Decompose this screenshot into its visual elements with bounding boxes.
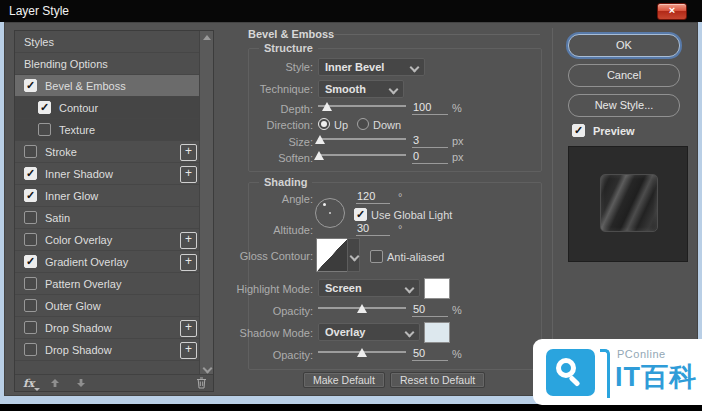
direction-up-label[interactable]: Up [334, 119, 348, 131]
add-effect-plus-icon[interactable]: + [180, 342, 197, 359]
anti-aliased-checkbox[interactable] [370, 250, 383, 263]
sidebar-item-contour[interactable]: Contour [15, 97, 200, 119]
add-effect-plus-icon[interactable]: + [180, 144, 197, 161]
style-preview-thumbnail [600, 174, 658, 232]
move-effect-up-icon[interactable] [50, 378, 60, 388]
shadow-mode-label: Shadow Mode: [228, 327, 313, 339]
anti-aliased-label[interactable]: Anti-aliased [387, 251, 444, 263]
checkbox[interactable] [24, 299, 37, 312]
depth-unit: % [452, 102, 462, 114]
checkbox[interactable] [24, 255, 37, 268]
sidebar-item-color-overlay[interactable]: Color Overlay + [15, 229, 200, 251]
highlight-opacity-slider[interactable] [318, 302, 406, 314]
checkbox[interactable] [38, 101, 51, 114]
sidebar-item-blending-options[interactable]: Blending Options [15, 53, 200, 75]
highlight-color-swatch[interactable] [424, 278, 450, 299]
use-global-light-checkbox[interactable] [354, 208, 367, 221]
delete-effect-trash-icon[interactable] [196, 377, 207, 389]
sidebar-item-styles[interactable]: Styles [15, 31, 200, 53]
style-preview-box [568, 146, 688, 262]
new-style-button[interactable]: New Style... [568, 94, 680, 117]
shadow-color-swatch[interactable] [424, 322, 450, 343]
add-effect-plus-icon[interactable]: + [180, 254, 197, 271]
add-effect-plus-icon[interactable]: + [180, 166, 197, 183]
shadow-opacity-value-field[interactable]: 50 [412, 347, 448, 361]
title-bar[interactable]: Layer Style [0, 0, 702, 22]
watermark-title: IT百科 [615, 359, 697, 395]
sidebar-item-gradient-overlay[interactable]: Gradient Overlay + [15, 251, 200, 273]
checkbox[interactable] [24, 277, 37, 290]
gloss-contour-thumbnail[interactable] [316, 238, 348, 272]
size-slider[interactable] [318, 133, 406, 145]
effects-footer-bar: fx [15, 374, 213, 391]
shadow-opacity-slider[interactable] [318, 346, 406, 358]
sidebar-item-inner-shadow[interactable]: Inner Shadow + [15, 163, 200, 185]
gloss-contour-label: Gloss Contour: [228, 250, 313, 262]
checkbox[interactable] [24, 189, 37, 202]
technique-label: Technique: [228, 83, 313, 95]
add-effect-plus-icon[interactable]: + [180, 232, 197, 249]
cancel-button[interactable]: Cancel [568, 64, 680, 87]
fx-menu-button[interactable]: fx [23, 377, 34, 390]
soften-value-field[interactable]: 0 [412, 150, 448, 164]
sidebar-item-inner-glow[interactable]: Inner Glow [15, 185, 200, 207]
preview-checkbox[interactable] [572, 124, 585, 137]
direction-down-radio[interactable] [357, 118, 369, 130]
checkbox[interactable] [24, 79, 37, 92]
sidebar-item-drop-shadow[interactable]: Drop Shadow + [15, 317, 200, 339]
sidebar-item-outer-glow[interactable]: Outer Glow [15, 295, 200, 317]
reset-to-default-button[interactable]: Reset to Default [390, 372, 485, 388]
move-effect-down-icon[interactable] [76, 378, 86, 388]
ok-button[interactable]: OK [568, 34, 680, 57]
close-button[interactable]: × [657, 3, 687, 20]
gloss-contour-dropdown[interactable] [347, 238, 360, 272]
checkbox[interactable] [24, 343, 37, 356]
scroll-down-icon[interactable] [203, 364, 213, 374]
preview-label[interactable]: Preview [593, 125, 635, 137]
add-effect-plus-icon[interactable]: + [180, 320, 197, 337]
make-default-button[interactable]: Make Default [303, 372, 385, 388]
checkbox[interactable] [24, 167, 37, 180]
slider-thumb[interactable] [357, 348, 367, 357]
slider-thumb[interactable] [314, 151, 324, 160]
sidebar-item-drop-shadow-2[interactable]: Drop Shadow + [15, 339, 200, 361]
checkbox[interactable] [24, 145, 37, 158]
shadow-mode-dropdown[interactable]: Overlay [318, 323, 420, 341]
sidebar-item-texture[interactable]: Texture [15, 119, 200, 141]
slider-thumb[interactable] [322, 102, 332, 111]
slider-thumb[interactable] [315, 135, 325, 144]
panel-divider [552, 28, 553, 392]
depth-slider[interactable] [318, 100, 406, 112]
angle-value-field[interactable]: 120 [356, 190, 390, 204]
depth-label: Depth: [228, 103, 313, 115]
size-value-field[interactable]: 3 [412, 134, 448, 148]
window-title: Layer Style [9, 4, 69, 18]
highlight-opacity-value-field[interactable]: 50 [412, 303, 448, 317]
soften-slider[interactable] [318, 149, 406, 161]
angle-dial[interactable] [315, 198, 345, 228]
use-global-light-label[interactable]: Use Global Light [371, 209, 452, 221]
angle-dial-pointer[interactable] [323, 203, 326, 206]
sidebar-item-pattern-overlay[interactable]: Pattern Overlay [15, 273, 200, 295]
technique-dropdown[interactable]: Smooth [318, 80, 404, 98]
sidebar-item-satin[interactable]: Satin [15, 207, 200, 229]
highlight-mode-dropdown[interactable]: Screen [318, 279, 420, 297]
list-scrollbar[interactable] [199, 31, 213, 377]
size-label: Size: [228, 136, 313, 148]
slider-thumb[interactable] [357, 304, 367, 313]
depth-value-field[interactable]: 100 [412, 101, 448, 115]
chevron-down-icon [405, 284, 415, 294]
style-dropdown[interactable]: Inner Bevel [318, 58, 425, 76]
sidebar-item-bevel-emboss[interactable]: Bevel & Emboss [15, 75, 200, 97]
checkbox[interactable] [24, 211, 37, 224]
scroll-up-icon[interactable] [203, 35, 211, 40]
checkbox[interactable] [24, 321, 37, 334]
sidebar-item-stroke[interactable]: Stroke + [15, 141, 200, 163]
checkbox[interactable] [24, 233, 37, 246]
effect-panel-title: Bevel & Emboss [248, 28, 334, 40]
chevron-down-icon [410, 63, 420, 73]
checkbox[interactable] [38, 123, 51, 136]
altitude-value-field[interactable]: 30 [356, 222, 390, 236]
direction-up-radio[interactable] [318, 118, 330, 130]
direction-down-label[interactable]: Down [373, 119, 401, 131]
